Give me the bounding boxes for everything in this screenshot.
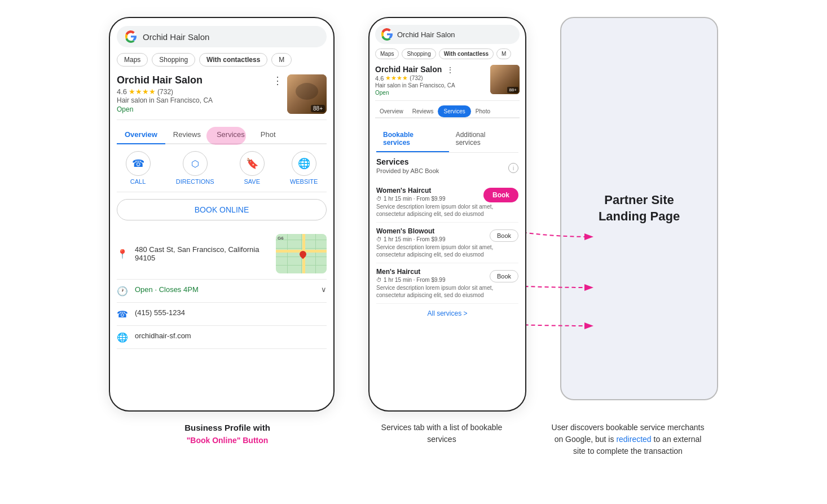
services-title: Services bbox=[376, 157, 439, 166]
tab-photo-2[interactable]: Photo bbox=[471, 105, 495, 118]
address-text: 480 Cast St, San Francisco, California 9… bbox=[135, 245, 263, 262]
biz-open-2: Open bbox=[375, 90, 487, 96]
chips-row-1: Maps Shopping With contactless M bbox=[117, 53, 327, 67]
service-meta-1: ⏱ 1 hr 15 min · From $9.99 bbox=[376, 196, 446, 202]
caption-phone2: Services tab with a list of bookable ser… bbox=[368, 422, 515, 445]
stars-1: ★★★★ bbox=[129, 87, 156, 96]
chip-contactless-2[interactable]: With contactless bbox=[439, 48, 494, 59]
search-text-2: Orchid Hair Salon bbox=[397, 30, 455, 39]
hours-row[interactable]: 🕐 Open · Closes 4PM ∨ bbox=[117, 280, 327, 303]
website-row: 🌐 orchidhair-sf.com bbox=[117, 326, 327, 349]
services-sub-tabs: Bookable services Additional services bbox=[376, 126, 518, 153]
tab-photo-1[interactable]: Phot bbox=[253, 126, 284, 144]
search-bar-2[interactable]: Orchid Hair Salon bbox=[375, 25, 520, 44]
save-label: SAVE bbox=[244, 178, 260, 185]
search-text-1: Orchid Hair Salon bbox=[143, 32, 209, 42]
chip-maps-2[interactable]: Maps bbox=[375, 48, 399, 59]
clock-icon-s1: ⏱ bbox=[376, 196, 382, 202]
chips-row-2: Maps Shopping With contactless M bbox=[375, 48, 520, 59]
biz-type-2: Hair salon in San Francisco, CA bbox=[375, 82, 487, 89]
biz-info-1: Orchid Hair Salon 4.6 ★★★★ (732) Hair sa… bbox=[117, 74, 283, 113]
action-website[interactable]: 🌐 WEBSITE bbox=[290, 151, 318, 185]
chip-maps-1[interactable]: Maps bbox=[117, 53, 148, 67]
all-services-link[interactable]: All services > bbox=[376, 304, 518, 320]
tab-additional[interactable]: Additional services bbox=[449, 126, 518, 152]
tab-overview-1[interactable]: Overview bbox=[117, 126, 165, 144]
tab-nav-1: Overview Reviews Services Phot bbox=[117, 126, 327, 144]
phone-icon: ☎ bbox=[117, 309, 128, 320]
tab-nav-2: Overview Reviews Services Photo bbox=[375, 105, 520, 118]
caption-phone1: Business Profile with"Book Online" Butto… bbox=[120, 422, 335, 446]
service-item-2: Women's Blowout ⏱ 1 hr 15 min · From $9.… bbox=[376, 223, 518, 263]
photo-badge-1: 88+ bbox=[311, 105, 325, 112]
more-dots-1[interactable]: ⋮ bbox=[272, 74, 283, 87]
chevron-icon: ∨ bbox=[321, 285, 327, 294]
chip-more-2[interactable]: M bbox=[496, 48, 511, 59]
globe-icon: 🌐 bbox=[117, 332, 128, 343]
service-name-2: Women's Blowout bbox=[376, 227, 446, 235]
phone2-mockup: Orchid Hair Salon Maps Shopping With con… bbox=[368, 17, 526, 412]
chip-shopping-1[interactable]: Shopping bbox=[152, 53, 195, 67]
tab-services-1[interactable]: Services bbox=[209, 126, 253, 144]
service-name-3: Men's Haircut bbox=[376, 268, 446, 276]
info-circle-icon[interactable]: i bbox=[508, 163, 518, 173]
chip-more-1[interactable]: M bbox=[271, 53, 292, 67]
chip-contactless-1[interactable]: With contactless bbox=[199, 53, 267, 67]
review-count-1: (732) bbox=[157, 88, 173, 96]
action-call[interactable]: ☎ CALL bbox=[126, 151, 151, 185]
partner-title: Partner SiteLanding Page bbox=[599, 192, 680, 224]
book-btn-1[interactable]: Book bbox=[483, 188, 518, 202]
book-btn-2[interactable]: Book bbox=[490, 229, 518, 242]
service-meta-text-1: 1 hr 15 min · From $9.99 bbox=[384, 196, 446, 202]
book-online-label: BOOK ONLINE bbox=[195, 205, 249, 214]
chip-shopping-2[interactable]: Shopping bbox=[402, 48, 436, 59]
google-logo-1 bbox=[125, 30, 137, 43]
phone1-mockup: Orchid Hair Salon Maps Shopping With con… bbox=[109, 17, 335, 412]
tab-overview-2[interactable]: Overview bbox=[375, 105, 408, 118]
call-label: CALL bbox=[130, 178, 146, 185]
biz-name-2: Orchid Hair Salon bbox=[375, 65, 442, 74]
book-btn-3[interactable]: Book bbox=[490, 270, 518, 282]
clock-icon: 🕐 bbox=[117, 286, 128, 297]
rating-num-1: 4.6 bbox=[117, 87, 127, 96]
directions-icon[interactable]: ⬡ bbox=[183, 151, 208, 176]
all-services-text: All services > bbox=[427, 310, 467, 317]
captions-row: Business Profile with"Book Online" Butto… bbox=[23, 422, 804, 457]
action-row-1: ☎ CALL ⬡ DIRECTIONS 🔖 SAVE 🌐 WEBSITE bbox=[117, 151, 327, 192]
biz-info-2: Orchid Hair Salon ⋮ 4.6 ★★★★ (732) Hair … bbox=[375, 65, 487, 96]
tab-reviews-1[interactable]: Reviews bbox=[165, 126, 209, 144]
clock-icon-s3: ⏱ bbox=[376, 277, 382, 283]
directions-label: DIRECTIONS bbox=[176, 178, 214, 185]
service-desc-2: Service description lorem ipsum dolor si… bbox=[376, 244, 518, 258]
action-save[interactable]: 🔖 SAVE bbox=[240, 151, 265, 185]
save-icon[interactable]: 🔖 bbox=[240, 151, 265, 176]
caption-phone2-text: Services tab with a list of bookable ser… bbox=[381, 423, 503, 444]
caption-partner-link: redirected bbox=[616, 435, 651, 444]
map-thumbnail: G6 bbox=[276, 234, 327, 273]
website-icon[interactable]: 🌐 bbox=[292, 151, 316, 176]
stars-2: ★★★★ bbox=[385, 74, 408, 82]
photo-badge-2: 88+ bbox=[507, 87, 518, 93]
search-bar-1[interactable]: Orchid Hair Salon bbox=[117, 26, 327, 47]
tab-reviews-2[interactable]: Reviews bbox=[408, 105, 438, 118]
service-name-1: Women's Haircut bbox=[376, 187, 446, 194]
services-section: Bookable services Additional services Se… bbox=[375, 122, 520, 320]
biz-name-1: Orchid Hair Salon bbox=[117, 74, 283, 86]
service-item-top-1: Women's Haircut ⏱ 1 hr 15 min · From $9.… bbox=[376, 187, 518, 203]
caption-partner: User discovers bookable service merchant… bbox=[549, 422, 707, 457]
provided-by-text: Provided by ABC Book bbox=[376, 167, 439, 174]
phone-row: ☎ (415) 555-1234 bbox=[117, 303, 327, 326]
location-icon: 📍 bbox=[117, 249, 128, 259]
biz-card-1: Orchid Hair Salon 4.6 ★★★★ (732) Hair sa… bbox=[117, 74, 327, 120]
biz-photo-2: 88+ bbox=[490, 65, 520, 94]
book-online-button[interactable]: BOOK ONLINE bbox=[117, 199, 327, 220]
more-dots-2[interactable]: ⋮ bbox=[446, 65, 454, 74]
action-directions[interactable]: ⬡ DIRECTIONS bbox=[176, 151, 214, 185]
service-item-1: Women's Haircut ⏱ 1 hr 15 min · From $9.… bbox=[376, 182, 518, 223]
tab-services-2[interactable]: Services bbox=[438, 105, 470, 117]
call-icon[interactable]: ☎ bbox=[126, 151, 151, 176]
biz-type-1: Hair salon in San Francisco, CA bbox=[117, 96, 283, 104]
tab-bookable[interactable]: Bookable services bbox=[376, 126, 449, 152]
biz-card-2: Orchid Hair Salon ⋮ 4.6 ★★★★ (732) Hair … bbox=[375, 65, 520, 101]
service-desc-1: Service description lorem ipsum dolor si… bbox=[376, 203, 518, 218]
